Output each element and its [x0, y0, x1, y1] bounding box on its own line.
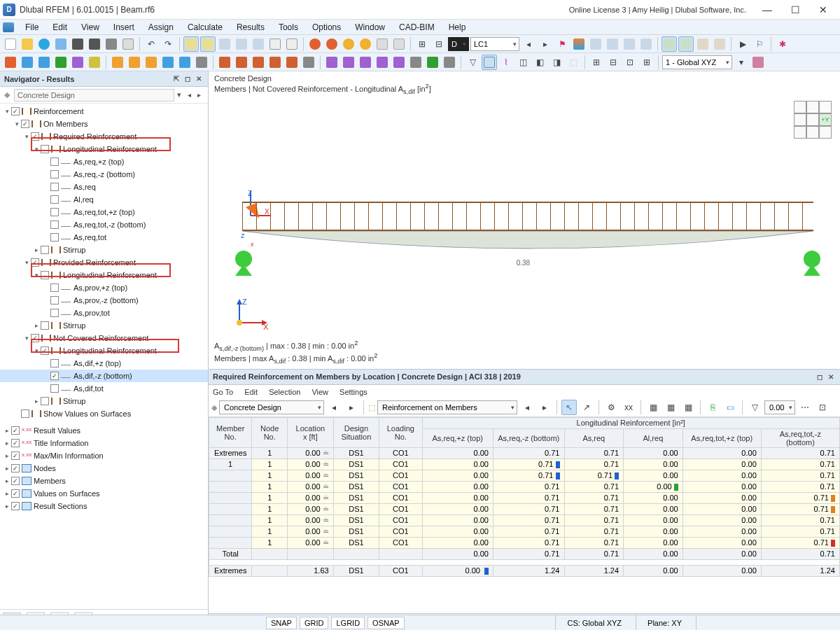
open-icon[interactable]	[20, 36, 35, 52]
tree-checkbox[interactable]	[50, 384, 59, 393]
tree-group-1[interactable]: ▸x.xxTitle Information	[0, 437, 208, 449]
results-tool7-icon[interactable]: ▦	[680, 400, 696, 415]
results-prev2-icon[interactable]: ◂	[519, 400, 535, 415]
solid-icon[interactable]	[87, 55, 102, 70]
menu-results[interactable]: Results	[230, 20, 272, 34]
status-lgrid[interactable]: LGRID	[331, 617, 365, 629]
calc2-icon[interactable]	[324, 36, 340, 52]
menu-calculate[interactable]: Calculate	[181, 20, 230, 34]
block-icon[interactable]	[53, 36, 69, 52]
calc1-icon[interactable]	[307, 36, 323, 52]
navigator-close-icon[interactable]: ✕	[194, 74, 204, 84]
redo-icon[interactable]: ↷	[160, 36, 176, 52]
menu-view[interactable]: View	[74, 20, 106, 34]
v4-icon[interactable]: ⊞	[639, 55, 654, 70]
col-c1[interactable]: As,req,+z (top)	[422, 428, 493, 447]
t9-icon[interactable]	[251, 55, 266, 70]
addon-icon[interactable]	[284, 36, 300, 52]
col-location[interactable]: Location x [ft]	[288, 417, 334, 447]
results-menu-goto[interactable]: Go To	[213, 388, 233, 396]
tree-checkbox[interactable]	[50, 170, 59, 178]
tree-checkbox[interactable]	[50, 296, 59, 304]
results-export-icon[interactable]: ⎘	[705, 400, 720, 415]
t1-icon[interactable]	[110, 55, 125, 70]
results-next2-icon[interactable]: ▸	[537, 400, 552, 415]
tree-checkbox[interactable]	[41, 246, 49, 254]
load2-icon[interactable]	[341, 55, 356, 70]
tree-req-item-0[interactable]: As,req,+z (top)	[0, 155, 208, 168]
menu-options[interactable]: Options	[305, 20, 348, 34]
view5-icon[interactable]	[251, 36, 266, 52]
t5-icon[interactable]	[177, 55, 192, 70]
view2-icon[interactable]	[200, 36, 216, 52]
results-tool2-icon[interactable]: ↗	[579, 400, 594, 415]
results-menu-settings[interactable]: Settings	[340, 388, 368, 396]
col-loading[interactable]: Loading No.	[379, 417, 422, 447]
results-menu-view[interactable]: View	[312, 388, 328, 396]
report-icon[interactable]	[120, 36, 136, 52]
tree-checkbox[interactable]	[41, 145, 49, 153]
results-type-combo[interactable]: Reinforcement on Members	[377, 400, 517, 414]
results-design-combo[interactable]: Concrete Design	[219, 400, 324, 414]
load6-icon[interactable]	[408, 55, 424, 70]
lc-prev-icon[interactable]: ⊞	[414, 36, 430, 52]
filter2-icon[interactable]	[678, 36, 694, 52]
surface-icon[interactable]	[53, 55, 69, 70]
sel5-icon[interactable]: ◧	[532, 55, 547, 70]
load3-icon[interactable]	[358, 55, 373, 70]
tree-req-long[interactable]: ▾Longitudinal Reinforcement	[0, 143, 208, 155]
coord-system-combo[interactable]: 1 - Global XYZ	[662, 55, 732, 69]
tree-checkbox[interactable]	[31, 258, 39, 267]
calc3-icon[interactable]	[341, 36, 356, 52]
tree-reinforcement[interactable]: ▾Reinforcement	[0, 105, 208, 118]
results-float-icon[interactable]: ◻	[815, 373, 825, 381]
status-snap[interactable]: SNAP	[266, 617, 297, 629]
undo-icon[interactable]: ↶	[144, 36, 159, 52]
tree-required[interactable]: ▾Required Reinforcement	[0, 130, 208, 143]
tree-checkbox[interactable]	[50, 208, 59, 216]
tree-req-item-6[interactable]: As,req,tot	[0, 231, 208, 244]
window-minimize-button[interactable]: —	[753, 0, 781, 20]
tree-checkbox[interactable]	[31, 132, 39, 141]
table-row[interactable]: 110.00 ≐DS1CO10.000.710.710.000.000.71	[209, 458, 840, 470]
loadcase-combo[interactable]: LC1	[470, 37, 519, 51]
tree-checkbox[interactable]	[11, 451, 20, 460]
tree-prov-long[interactable]: ▾Longitudinal Reinforcement	[0, 269, 208, 281]
r3-icon[interactable]	[605, 36, 620, 52]
tree-req-stirrup[interactable]: ▸Stirrup	[0, 244, 208, 256]
status-grid[interactable]: GRID	[300, 617, 329, 629]
col-c5[interactable]: As,req,tot,+z (top)	[682, 428, 761, 447]
tree-checkbox[interactable]	[50, 220, 59, 229]
menu-help[interactable]: Help	[442, 20, 473, 34]
results-pick-icon[interactable]: ↖	[561, 400, 577, 415]
model-canvas[interactable]: +Y Z X Z x	[209, 97, 840, 338]
tree-group-2[interactable]: ▸x.xxMax/Min Information	[0, 449, 208, 462]
tree-checkbox[interactable]	[21, 410, 29, 418]
print-icon[interactable]	[104, 36, 119, 52]
sel1-icon[interactable]: ▽	[465, 55, 480, 70]
tree-nc-item-2[interactable]: As,dif,tot	[0, 382, 208, 395]
menu-insert[interactable]: Insert	[106, 20, 141, 34]
tree-req-item-4[interactable]: As,req,tot,+z (top)	[0, 206, 208, 218]
view3-icon[interactable]	[217, 36, 232, 52]
tree-checkbox[interactable]	[11, 489, 20, 498]
tree-checkbox[interactable]	[41, 321, 49, 330]
new-icon[interactable]	[3, 36, 18, 52]
cs-tool-icon[interactable]: ▾	[734, 55, 749, 70]
sel6-icon[interactable]: ◨	[549, 55, 564, 70]
member-icon[interactable]	[36, 55, 52, 70]
tree-checkbox[interactable]	[11, 502, 20, 510]
results-more-icon[interactable]: ⋯	[797, 400, 813, 415]
menu-assign[interactable]: Assign	[141, 20, 181, 34]
window-close-button[interactable]: ✕	[809, 0, 837, 20]
tree-checkbox[interactable]	[11, 464, 20, 472]
lc-right-icon[interactable]: ▸	[538, 36, 553, 52]
node-icon[interactable]	[3, 55, 18, 70]
calc5-icon[interactable]	[374, 36, 390, 52]
tree-checkbox[interactable]	[31, 334, 39, 342]
t8-icon[interactable]	[234, 55, 249, 70]
tree-checkbox[interactable]	[41, 271, 49, 279]
r1-icon[interactable]	[571, 36, 587, 52]
t11-icon[interactable]	[284, 55, 300, 70]
filter1-icon[interactable]	[662, 36, 677, 52]
